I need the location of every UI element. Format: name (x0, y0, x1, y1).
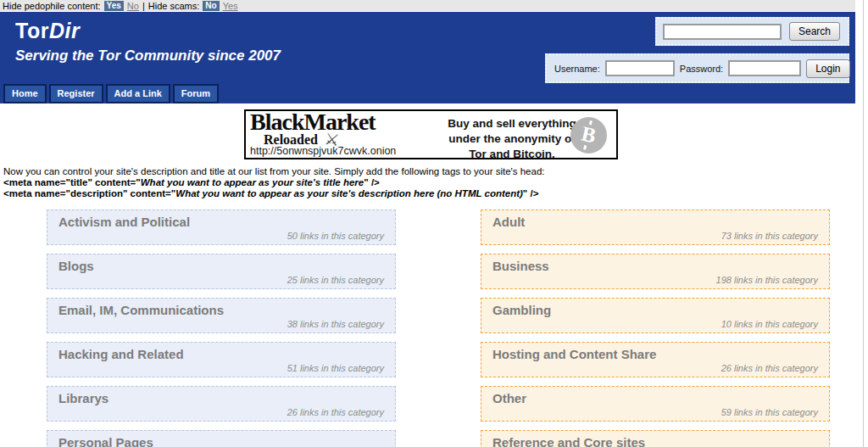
category-link[interactable]: Adult 73 links in this category (481, 210, 830, 245)
ad-brand-name: BlackMarket (250, 109, 376, 135)
category-link[interactable]: Other 59 links in this category (481, 386, 830, 422)
category-name: Other (481, 387, 829, 405)
meta-description-example: <meta name="description" content="What y… (3, 188, 855, 199)
category-link-count: 10 links in this category (721, 319, 818, 329)
ad-slogan: Buy and sell everything under the anonym… (448, 116, 576, 162)
category-name: Gambling (481, 299, 829, 317)
hide-scams-no-toggle[interactable]: No (203, 1, 219, 11)
nav-tab[interactable]: Forum (173, 84, 219, 103)
category-link-count: 25 links in this category (287, 275, 384, 285)
intro-line: Now you can control your site's descript… (3, 166, 855, 177)
category-link[interactable]: Activism and Political 50 links in this … (47, 210, 396, 245)
username-label: Username: (554, 64, 600, 74)
category-link[interactable]: Personal Pages (47, 430, 396, 447)
category-name: Reference and Core sites (481, 431, 829, 447)
category-name: Hacking and Related (47, 343, 395, 361)
page: Hide pedophile content: Yes No | Hide sc… (0, 0, 855, 447)
logo-part-dir: Dir (49, 19, 80, 42)
search-input[interactable] (663, 24, 782, 40)
site-tagline: Serving the Tor Community since 2007 (15, 47, 281, 64)
category-link-count: 198 links in this category (716, 275, 818, 285)
category-link-count: 50 links in this category (287, 231, 384, 241)
category-link-count: 38 links in this category (287, 319, 384, 329)
category-link[interactable]: Email, IM, Communications 38 links in th… (47, 298, 396, 333)
category-name: Business (481, 254, 829, 273)
category-name: Adult (481, 210, 829, 229)
hide-pedophile-yes-toggle[interactable]: Yes (104, 1, 124, 11)
category-link-count: 73 links in this category (721, 231, 818, 241)
search-button[interactable]: Search (789, 22, 840, 41)
bitcoin-icon: B (570, 117, 607, 154)
category-name: Librarys (47, 387, 395, 405)
content-filter-bar: Hide pedophile content: Yes No | Hide sc… (0, 0, 855, 12)
category-link[interactable]: Reference and Core sites (481, 430, 830, 447)
main-nav: Home Register Add a Link Forum (3, 84, 219, 103)
window-edge-line (863, 0, 864, 447)
ad-onion-url: http://5onwnspjvuk7cwvk.onion (250, 145, 396, 157)
nav-tab[interactable]: Add a Link (106, 84, 170, 103)
category-link[interactable]: Business 198 links in this category (481, 254, 830, 289)
meta-title-example: <meta name="title" content="What you wan… (3, 177, 855, 188)
category-link[interactable]: Hacking and Related 51 links in this cat… (47, 342, 396, 377)
category-link-count: 59 links in this category (721, 407, 818, 417)
category-list: Activism and Political 50 links in this … (0, 210, 855, 447)
logo-part-tor: Tor (15, 19, 49, 42)
category-name: Activism and Political (47, 210, 395, 229)
nav-tab[interactable]: Register (49, 84, 103, 103)
category-column-right: Adult 73 links in this category Business… (481, 210, 830, 447)
hide-scams-yes-link[interactable]: Yes (223, 1, 238, 11)
category-name: Email, IM, Communications (47, 299, 395, 317)
hide-scams-label: Hide scams: (148, 1, 200, 11)
username-field[interactable] (605, 60, 675, 76)
category-link[interactable]: Blogs 25 links in this category (47, 254, 396, 289)
meta-tag-instructions: Now you can control your site's descript… (0, 166, 855, 199)
category-link[interactable]: Gambling 10 links in this category (481, 298, 830, 333)
search-panel: Search (655, 17, 849, 46)
category-link[interactable]: Hosting and Content Share 26 links in th… (481, 342, 830, 377)
category-link-count: 26 links in this category (287, 407, 384, 417)
filter-separator: | (142, 1, 145, 11)
site-logo: TorDir (15, 19, 80, 43)
category-name: Personal Pages (47, 431, 395, 447)
login-panel: Username: Password: Login (545, 53, 849, 83)
site-header: TorDir Serving the Tor Community since 2… (0, 12, 855, 103)
category-link[interactable]: Librarys 26 links in this category (47, 386, 396, 422)
login-button[interactable]: Login (806, 59, 849, 78)
password-label: Password: (680, 64, 723, 74)
hide-pedophile-label: Hide pedophile content: (3, 1, 101, 11)
category-link-count: 51 links in this category (287, 363, 384, 373)
category-column-left: Activism and Political 50 links in this … (47, 210, 396, 447)
category-link-count: 26 links in this category (721, 363, 818, 373)
category-name: Blogs (47, 254, 395, 273)
blackmarket-ad-banner[interactable]: BlackMarket Reloaded ⚔ http://5onwnspjvu… (244, 109, 618, 159)
category-name: Hosting and Content Share (481, 343, 829, 361)
hide-pedophile-no-link[interactable]: No (127, 1, 139, 11)
nav-tab[interactable]: Home (3, 84, 47, 103)
password-field[interactable] (728, 60, 801, 76)
